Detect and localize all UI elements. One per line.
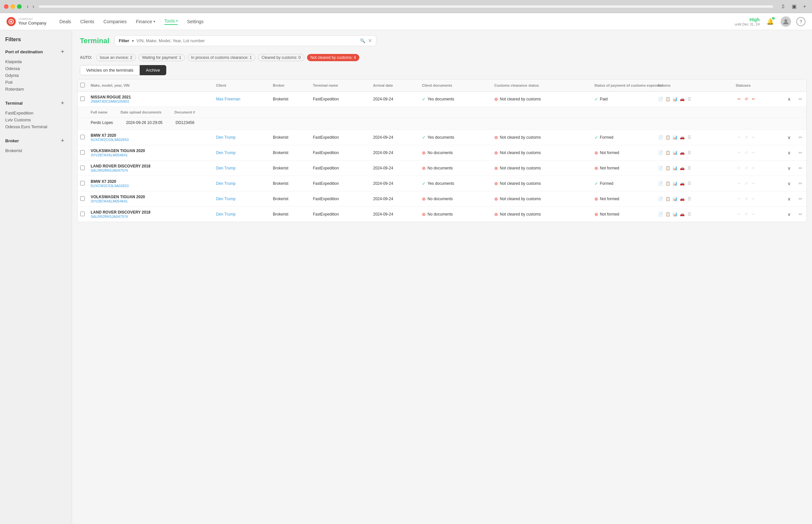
- nav-clients[interactable]: Clients: [80, 19, 94, 24]
- row-checkbox[interactable]: [80, 97, 85, 101]
- doc-icon-1[interactable]: 📄: [657, 134, 664, 141]
- sidebar-item-brokerist[interactable]: Brokerist: [5, 147, 66, 154]
- table-icon[interactable]: 📊: [672, 180, 679, 187]
- vehicle-vin[interactable]: JN8AT3DC5MW105903: [91, 99, 211, 103]
- scissors-icon[interactable]: ✂: [736, 165, 742, 171]
- arrow-icon[interactable]: ↺: [743, 96, 749, 102]
- maximize-window-button[interactable]: [17, 4, 21, 9]
- tab-vehicles-on-terminals[interactable]: Vehicles on the terminals: [80, 65, 140, 75]
- expand-row-button[interactable]: ∨: [786, 164, 792, 172]
- arrow-icon[interactable]: ↺: [743, 165, 749, 171]
- table-icon[interactable]: 📊: [672, 165, 679, 171]
- row-checkbox[interactable]: [80, 212, 85, 216]
- edit-status-icon[interactable]: ✏: [750, 96, 757, 102]
- sidebar-item-fastexpedition[interactable]: FastExpedition: [5, 110, 66, 116]
- edit-row-button[interactable]: ✏: [797, 149, 804, 157]
- car-icon[interactable]: 🚗: [679, 165, 686, 171]
- status-cleared[interactable]: Cleared by customs: 0: [258, 54, 304, 61]
- vehicle-vin[interactable]: SALRR2RK5JA047574: [91, 168, 211, 173]
- doc-icon-2[interactable]: 📋: [665, 165, 671, 171]
- car-icon[interactable]: 🚗: [679, 196, 686, 202]
- edit-row-button[interactable]: ✏: [797, 195, 804, 203]
- doc-icon-2[interactable]: 📋: [665, 196, 671, 202]
- sidebar-item-poti[interactable]: Poti: [5, 79, 66, 86]
- edit-status-icon[interactable]: ✏: [750, 180, 757, 187]
- doc-icon-1[interactable]: 📄: [657, 165, 664, 171]
- scissors-icon[interactable]: ✂: [736, 96, 742, 102]
- doc-icon-1[interactable]: 📄: [657, 211, 664, 217]
- filter-input[interactable]: [137, 38, 357, 43]
- list-icon[interactable]: ☰: [686, 165, 693, 171]
- scissors-icon[interactable]: ✂: [736, 211, 742, 217]
- scissors-icon[interactable]: ✂: [736, 180, 742, 187]
- sidebar-item-klaipeda[interactable]: Klaipeda: [5, 58, 66, 65]
- status-issue-invoice[interactable]: Issue an invoice: 2: [96, 54, 136, 61]
- list-icon[interactable]: ☰: [686, 211, 693, 217]
- expand-row-button[interactable]: ∨: [786, 133, 792, 141]
- scissors-icon[interactable]: ✂: [736, 149, 742, 156]
- nav-tools[interactable]: Tools ▾: [164, 18, 178, 25]
- edit-status-icon[interactable]: ✏: [750, 196, 757, 202]
- tab-archive[interactable]: Archive: [140, 65, 166, 75]
- sidebar-item-gdynia[interactable]: Gdynia: [5, 72, 66, 79]
- duplicate-tab-icon[interactable]: ▣: [790, 3, 799, 10]
- arrow-icon[interactable]: ↺: [743, 180, 749, 187]
- doc-icon-2[interactable]: 📋: [665, 96, 671, 102]
- sidebar-item-roterdam[interactable]: Roterdam: [5, 86, 66, 93]
- table-icon[interactable]: 📊: [672, 211, 679, 217]
- table-icon[interactable]: 📊: [672, 196, 679, 202]
- notifications-button[interactable]: 🔔 2: [765, 16, 775, 27]
- edit-status-icon[interactable]: ✏: [750, 165, 757, 171]
- doc-icon-2[interactable]: 📋: [665, 180, 671, 187]
- status-not-cleared[interactable]: Not cleared by customs: 4: [307, 54, 360, 61]
- vehicle-vin[interactable]: SALRR2RK5JA047574: [91, 215, 211, 218]
- expand-row-button[interactable]: ∨: [786, 210, 792, 218]
- client-name[interactable]: Den Trump: [216, 150, 235, 155]
- list-icon[interactable]: ☰: [686, 180, 693, 187]
- doc-icon-1[interactable]: 📄: [657, 196, 664, 202]
- vehicle-vin[interactable]: 3VV2B7AX6LM054641: [91, 199, 211, 203]
- edit-row-button[interactable]: ✏: [797, 210, 804, 218]
- select-all-checkbox[interactable]: [80, 83, 85, 87]
- row-checkbox[interactable]: [80, 165, 85, 170]
- edit-status-icon[interactable]: ✏: [750, 149, 757, 156]
- help-button[interactable]: ?: [796, 17, 806, 26]
- list-icon[interactable]: ☰: [686, 149, 693, 156]
- table-icon[interactable]: 📊: [672, 96, 679, 102]
- row-checkbox[interactable]: [80, 135, 85, 140]
- arrow-icon[interactable]: ↺: [743, 211, 749, 217]
- sidebar-item-lviv-customs[interactable]: Lviv Customs: [5, 116, 66, 123]
- nav-deals[interactable]: Deals: [60, 19, 71, 24]
- add-broker-filter-button[interactable]: +: [59, 137, 66, 145]
- doc-icon-1[interactable]: 📄: [657, 180, 664, 187]
- client-name[interactable]: Max Freeman: [216, 97, 240, 101]
- vehicle-vin[interactable]: 5UXCW2C03L9A02653: [91, 184, 211, 188]
- doc-icon-2[interactable]: 📋: [665, 211, 671, 217]
- expand-row-button[interactable]: ∨: [786, 149, 792, 157]
- row-checkbox[interactable]: [80, 181, 85, 185]
- doc-icon-1[interactable]: 📄: [657, 149, 664, 156]
- car-icon[interactable]: 🚗: [679, 180, 686, 187]
- arrow-icon[interactable]: ↺: [743, 134, 749, 141]
- close-window-button[interactable]: [4, 4, 9, 9]
- edit-status-icon[interactable]: ✏: [750, 211, 757, 217]
- address-bar[interactable]: [38, 5, 774, 8]
- client-name[interactable]: Den Trump: [216, 212, 235, 216]
- table-icon[interactable]: 📊: [672, 134, 679, 141]
- client-name[interactable]: Den Trump: [216, 135, 235, 140]
- scissors-icon[interactable]: ✂: [736, 134, 742, 141]
- edit-row-button[interactable]: ✏: [797, 180, 804, 187]
- nav-companies[interactable]: Companies: [104, 19, 127, 24]
- client-name[interactable]: Den Trump: [216, 166, 235, 170]
- add-tab-icon[interactable]: +: [801, 3, 808, 10]
- list-icon[interactable]: ☰: [686, 96, 693, 102]
- row-checkbox[interactable]: [80, 150, 85, 155]
- edit-row-button[interactable]: ✏: [797, 95, 804, 103]
- edit-row-button[interactable]: ✏: [797, 133, 804, 141]
- forward-button[interactable]: ›: [31, 4, 35, 10]
- filter-dropdown-icon[interactable]: ▾: [132, 38, 134, 43]
- search-icon[interactable]: 🔍: [360, 38, 365, 43]
- client-name[interactable]: Den Trump: [216, 181, 235, 186]
- list-icon[interactable]: ☰: [686, 134, 693, 141]
- minimize-window-button[interactable]: [11, 4, 15, 9]
